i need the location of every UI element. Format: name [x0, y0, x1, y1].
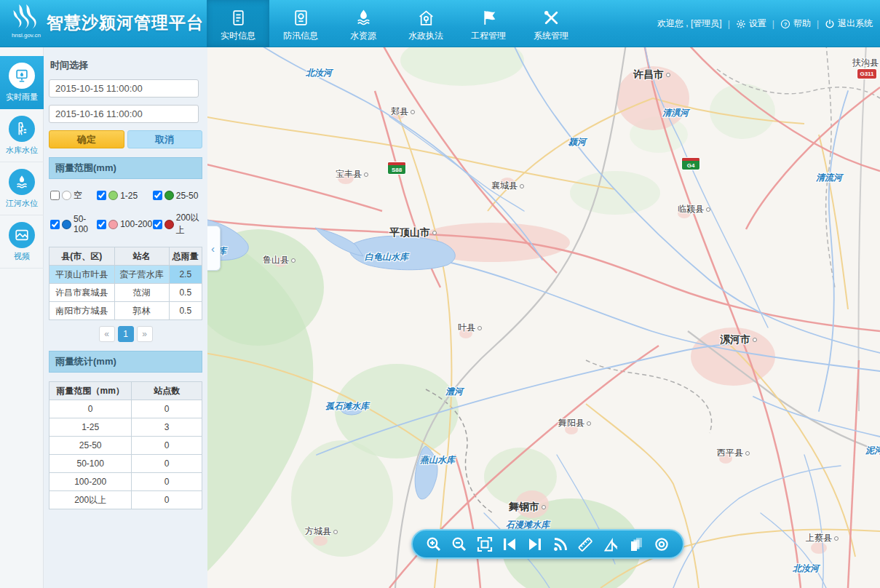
- rain-range-checkbox-4[interactable]: [97, 220, 106, 229]
- zoom-in-icon[interactable]: [424, 535, 443, 554]
- range-color-swatch: [108, 191, 118, 200]
- sidebar-item-river-level[interactable]: 江河水位: [0, 162, 44, 215]
- next-page-button[interactable]: »: [137, 326, 153, 342]
- confirm-button[interactable]: 确定: [49, 130, 124, 148]
- river-gauge-icon: [9, 169, 35, 195]
- map-label: 孤石滩水库: [325, 400, 369, 413]
- rain-range-option-50-100[interactable]: 50-100: [50, 212, 97, 237]
- map-label: 白龟山水库: [365, 251, 408, 263]
- map-label: 襄城县: [491, 180, 524, 192]
- left-sidebar: 实时雨量 水库水位 江河水位 视频: [0, 47, 44, 588]
- stats-row: 100-2000: [49, 473, 202, 491]
- range-color-swatch: [108, 220, 118, 229]
- measure-area-icon[interactable]: [601, 535, 620, 554]
- gear-icon: [736, 19, 746, 29]
- layer-list-icon[interactable]: [627, 535, 646, 554]
- previous-view-icon[interactable]: [500, 535, 519, 554]
- full-extent-icon[interactable]: [475, 535, 494, 554]
- range-color-swatch: [62, 191, 71, 200]
- stats-row: 200以上0: [49, 491, 202, 509]
- stats-row: 50-1000: [49, 455, 202, 473]
- map-label: 西平县: [717, 447, 750, 459]
- sidebar-item-video[interactable]: 视频: [0, 215, 44, 269]
- map-label: 叶县: [458, 322, 482, 334]
- map-label: 扶沟县: [852, 57, 880, 69]
- sidebar-item-reservoir-level[interactable]: 水库水位: [0, 109, 44, 162]
- sidebar-item-realtime-rain[interactable]: 实时雨量: [0, 56, 44, 109]
- map-label: 方城县: [305, 525, 338, 538]
- settings-link[interactable]: 设置: [736, 17, 766, 30]
- map-label: 泥河: [865, 445, 880, 457]
- end-time-input[interactable]: [49, 105, 199, 123]
- house-badge-icon: [417, 5, 435, 27]
- rain-stats-header: 雨量统计(mm): [49, 351, 202, 373]
- station-row[interactable]: 平顶山市叶县 蛮子营水库 2.5: [49, 266, 202, 284]
- map-label: 临颍县: [678, 203, 710, 215]
- map-label: 北汝河: [306, 67, 332, 79]
- app-logo: hnsl.gov.cn: [7, 3, 45, 45]
- rain-range-checkbox-3[interactable]: [50, 220, 60, 229]
- start-time-input[interactable]: [49, 79, 199, 98]
- tab-law-enforcement[interactable]: 水政执法: [395, 0, 457, 47]
- map-label: 鲁山县: [263, 254, 296, 266]
- rain-range-option-empty[interactable]: 空: [50, 189, 97, 202]
- rain-range-option-200plus[interactable]: 200以上: [153, 212, 201, 237]
- map-label: 宝丰县: [336, 168, 368, 180]
- station-row[interactable]: 许昌市襄城县 范湖 0.5: [49, 284, 202, 302]
- station-row[interactable]: 南阳市方城县 郭林 0.5: [49, 302, 202, 320]
- chevron-left-icon: ‹: [211, 242, 215, 255]
- map-label: 清流河: [816, 172, 842, 184]
- rain-range-checkbox-1[interactable]: [97, 191, 106, 200]
- rain-range-header: 雨量范围(mm): [49, 157, 202, 179]
- map-label: 郏县: [391, 106, 415, 118]
- stats-row: 25-500: [49, 437, 202, 455]
- track-data-icon[interactable]: [551, 535, 570, 554]
- query-panel: 时间选择 确定 取消 雨量范围(mm) 空 1-25 25-50 50-100: [44, 47, 207, 588]
- clear-selection-icon[interactable]: [652, 535, 671, 554]
- rain-stats-table: 雨量范围（mm） 站点数 00 1-253 25-500 50-1000 100…: [49, 381, 202, 509]
- tab-realtime-info[interactable]: 实时信息: [207, 0, 269, 47]
- rain-range-checkbox-2[interactable]: [153, 191, 162, 200]
- tab-project-management[interactable]: 工程管理: [457, 0, 520, 47]
- page-title: 智慧沙颍河管理平台: [47, 0, 204, 47]
- map-canvas[interactable]: 北汝河 郏县 许昌市 扶沟县 清潩河 颍河 宝丰县 襄城县 清流河 临颍县 平顶…: [207, 47, 880, 588]
- range-color-swatch: [164, 191, 174, 200]
- map-label: 舞阳县: [558, 417, 591, 429]
- realtime-info-icon: [229, 5, 247, 27]
- flood-info-icon: [292, 5, 310, 27]
- next-view-icon[interactable]: [526, 535, 544, 554]
- map-label: 颍河: [568, 136, 586, 148]
- tools-icon: [542, 5, 560, 27]
- rain-range-checkbox-0[interactable]: [50, 191, 60, 200]
- logo-caption: hnsl.gov.cn: [7, 32, 45, 39]
- measure-distance-icon[interactable]: [576, 535, 595, 554]
- cancel-button[interactable]: 取消: [127, 130, 203, 148]
- rain-range-options: 空 1-25 25-50 50-100 100-200 200以上: [49, 188, 202, 247]
- rain-range-checkbox-5[interactable]: [153, 220, 162, 229]
- video-icon: [9, 222, 35, 248]
- rain-monitor-icon: [9, 63, 35, 89]
- tab-flood-info[interactable]: 防汛信息: [269, 0, 332, 47]
- panel-collapse-button[interactable]: ‹: [207, 226, 221, 271]
- zoom-out-icon[interactable]: [450, 535, 469, 554]
- time-select-title: 时间选择: [50, 59, 202, 72]
- power-icon: [825, 19, 835, 29]
- help-icon: ?: [780, 19, 790, 29]
- flag-icon: [480, 5, 498, 27]
- rain-range-option-1-25[interactable]: 1-25: [97, 189, 153, 202]
- logout-link[interactable]: 退出系统: [825, 17, 873, 30]
- rain-range-option-25-50[interactable]: 25-50: [153, 189, 201, 202]
- top-header: hnsl.gov.cn 智慧沙颍河管理平台 实时信息 防汛信息 水资源 水政执法: [0, 0, 880, 47]
- tab-water-resources[interactable]: 水资源: [332, 0, 395, 47]
- help-link[interactable]: ? 帮助: [780, 17, 811, 30]
- rain-range-option-100-200[interactable]: 100-200: [97, 212, 153, 237]
- road-shield-s88: S88: [388, 162, 405, 174]
- page-number-button[interactable]: 1: [118, 326, 134, 342]
- tab-system-management[interactable]: 系统管理: [520, 0, 582, 47]
- road-shield-g311: G311: [857, 69, 876, 79]
- range-color-swatch: [62, 220, 71, 229]
- waves-logo-icon: [10, 3, 42, 31]
- range-color-swatch: [164, 220, 174, 229]
- map-label: 漯河市: [720, 333, 757, 346]
- prev-page-button[interactable]: «: [99, 326, 115, 342]
